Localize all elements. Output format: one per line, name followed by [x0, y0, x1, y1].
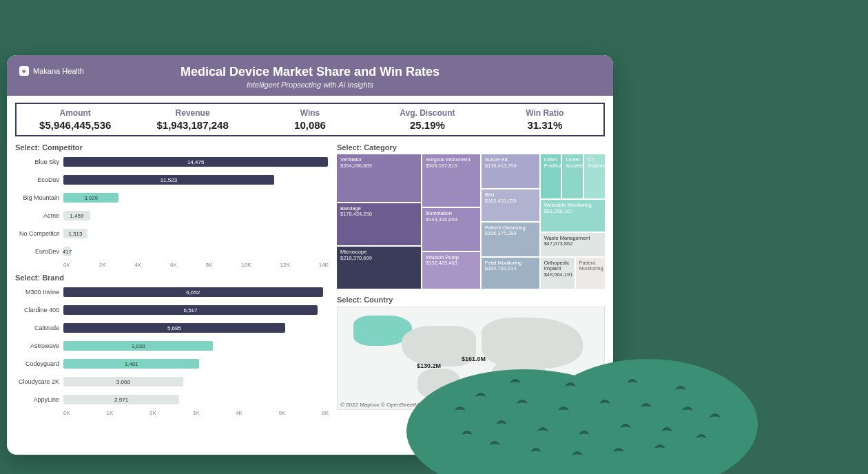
bar-fill[interactable]: 11,523	[63, 175, 274, 185]
treemap-cell[interactable]: Surgical Instrument$309,187,819	[422, 154, 480, 207]
bar-fill[interactable]: 417	[63, 247, 71, 256]
treemap-cell[interactable]: CT Scanner	[584, 154, 605, 198]
bar-fill[interactable]: 6,652	[63, 287, 323, 297]
treemap-cell[interactable]: Ventilator$354,296,885	[337, 154, 421, 202]
chart-country-map[interactable]: $130.2M $161.0M © 2022 Mapbox © OpenStre…	[337, 307, 605, 410]
bar-row[interactable]: EcoDev 11,523	[15, 172, 329, 187]
bar-fill[interactable]: 14,475	[63, 157, 328, 167]
bar-fill[interactable]: 5,685	[63, 323, 285, 333]
treemap-cell-name: CT Scanner	[588, 157, 601, 169]
axis-tick: 2K	[149, 410, 156, 416]
bar-label: Blue Sky	[15, 158, 63, 165]
header: ♥ Makana Health Medical Device Market Sh…	[7, 55, 613, 96]
bar-row[interactable]: CalMode 5,685	[15, 320, 329, 336]
treemap-cell[interactable]: Waste Management$47,673,862	[541, 233, 605, 256]
bar-label: Cloudycare 2K	[15, 378, 63, 385]
bar-track: 3,838	[63, 341, 329, 351]
bar-label: Big Mountain	[15, 194, 63, 201]
bar-row[interactable]: Cloudycare 2K 3,068	[15, 374, 329, 389]
bar-label: Acme	[15, 212, 63, 219]
treemap-cell[interactable]: Suture Kit$116,413,750	[482, 154, 539, 188]
bar-row[interactable]: Clardine 400 6,517	[15, 302, 329, 318]
kpi-label: Wins	[254, 108, 366, 118]
kpi-bar: Amount $5,946,445,536 Revenue $1,943,187…	[15, 103, 605, 136]
axis-tick: 0K	[63, 410, 70, 416]
bar-track: 3,068	[63, 377, 329, 387]
bar-track: 417	[63, 247, 329, 256]
axis-tick: 5K	[279, 410, 286, 416]
bar-row[interactable]: Codeyguard 3,481	[15, 356, 329, 371]
treemap-cell-value: $309,187,819	[426, 163, 477, 169]
treemap-cell-value: $354,296,885	[340, 163, 417, 169]
bar-fill[interactable]: 1,313	[63, 229, 87, 238]
treemap-cell[interactable]: Infusion Pump$132,483,403	[422, 252, 480, 289]
bar-label: EcoDev	[15, 176, 63, 183]
axis-tick: 0K	[63, 262, 70, 268]
treemap-cell[interactable]: Linear Accelerator	[562, 154, 583, 198]
axis-tick: 10K	[241, 262, 251, 268]
bar-row[interactable]: M300 Invine 6,652	[15, 285, 329, 300]
bar-fill[interactable]: 6,517	[63, 305, 318, 315]
bar-fill[interactable]: 3,838	[63, 341, 213, 351]
kpi-value: 10,086	[254, 119, 366, 131]
chart-competitor[interactable]: Blue Sky 14,475 EcoDev 11,523 Big Mounta…	[15, 154, 329, 268]
axis-tick: 12K	[280, 262, 290, 268]
treemap-cell[interactable]: Microscope$218,370,699	[337, 247, 421, 289]
treemap-cell[interactable]: Illumination$143,432,003	[422, 208, 480, 250]
bar-row[interactable]: Big Mountain 3,025	[15, 190, 329, 205]
bar-track: 14,475	[63, 157, 329, 167]
treemap-cell[interactable]: Patient Cleansing$105,375,289	[482, 223, 539, 256]
bar-row[interactable]: Blue Sky 14,475	[15, 154, 329, 169]
bar-track: 3,025	[63, 193, 329, 203]
map-label: $130.2M	[417, 362, 441, 369]
kpi-revenue: Revenue $1,943,187,248	[134, 104, 251, 135]
axis-tick: 4K	[134, 262, 141, 268]
bar-label: Codeyguard	[15, 360, 63, 367]
bar-row[interactable]: AppyLine 2,971	[15, 392, 329, 407]
kpi-value: $1,943,187,248	[136, 119, 248, 131]
bar-label: EuroDev	[15, 248, 63, 255]
bar-label: M300 Invine	[15, 289, 63, 296]
bar-track: 11,523	[63, 175, 329, 185]
treemap-cell-value: $178,424,250	[340, 212, 417, 218]
bar-row[interactable]: No Competitor 1,313	[15, 226, 329, 241]
bar-label: No Competitor	[15, 230, 63, 237]
kpi-amount: Amount $5,946,445,536	[17, 104, 134, 135]
kpi-label: Avg. Discount	[371, 108, 483, 118]
bar-track: 6,652	[63, 287, 329, 297]
treemap-cell[interactable]: Bandage$178,424,250	[337, 203, 421, 245]
map-attribution: © 2022 Mapbox © OpenStreetMap	[340, 402, 425, 408]
kpi-value: 31.31%	[489, 119, 601, 131]
axis-tick: 1K	[107, 410, 114, 416]
bar-fill[interactable]: 3,481	[63, 359, 199, 369]
kpi-avg-discount: Avg. Discount 25.19%	[369, 104, 486, 135]
chart-brand[interactable]: M300 Invine 6,652 Clardine 400 6,517 Cal…	[15, 285, 329, 416]
kpi-value: $5,946,445,536	[19, 119, 131, 131]
axis-tick: 4K	[236, 410, 242, 416]
treemap-cell-value: $218,370,699	[340, 256, 417, 262]
bar-track: 1,459	[63, 211, 329, 220]
treemap-cell-value: $132,483,403	[426, 260, 477, 267]
treemap-cell[interactable]: Wearable Monitoring$81,358,167	[541, 200, 605, 231]
bar-row[interactable]: Astrowave 3,838	[15, 338, 329, 353]
treemap-cell[interactable]: Infant Positioning	[541, 154, 561, 198]
bar-fill[interactable]: 3,025	[63, 193, 118, 203]
treemap-cell[interactable]: Patient Monitoring	[576, 258, 605, 289]
bar-row[interactable]: EuroDev 417	[15, 244, 329, 259]
treemap-cell[interactable]: Orthopedic Implant$49,564,191	[541, 258, 575, 289]
bar-fill[interactable]: 1,459	[63, 211, 90, 220]
chart-category-treemap[interactable]: Ventilator$354,296,885 Bandage$178,424,2…	[337, 154, 605, 289]
treemap-cell-value: $116,413,750	[485, 163, 536, 169]
brand-heart-icon: ♥	[19, 66, 29, 76]
kpi-label: Amount	[19, 108, 131, 118]
kpi-wins: Wins 10,086	[251, 104, 369, 135]
bar-row[interactable]: Acme 1,459	[15, 208, 329, 223]
bar-label: Clardine 400	[15, 307, 63, 313]
kpi-value: 25.19%	[371, 119, 483, 131]
treemap-cell[interactable]: Bed$103,431,038	[482, 189, 539, 220]
treemap-cell-value: $143,432,003	[426, 217, 477, 223]
treemap-cell-name: Orthopedic Implant	[544, 260, 571, 272]
bar-fill[interactable]: 2,971	[63, 395, 179, 404]
bar-fill[interactable]: 3,068	[63, 377, 183, 387]
treemap-cell[interactable]: Fetal Monitoring$104,781,914	[482, 258, 539, 289]
